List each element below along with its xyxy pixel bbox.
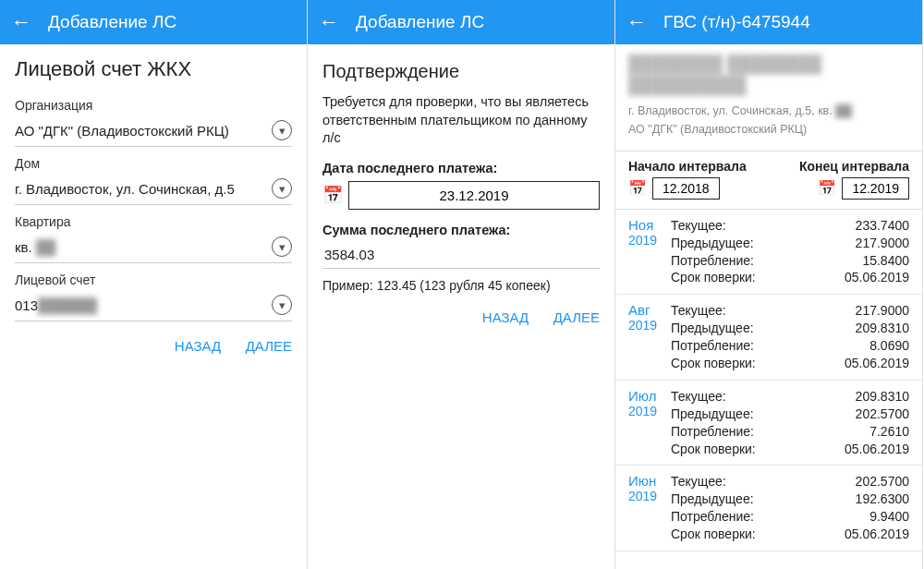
screen-confirmation: ← Добавление ЛС Подтверждение Требуется … — [308, 0, 615, 569]
history-entry[interactable]: Июл2019Текущее:209.8310Предыдущее:202.57… — [615, 381, 922, 466]
entry-month: Июн2019 — [628, 473, 671, 543]
entry-values: Текущее:233.7400Предыдущее:217.9000Потре… — [671, 217, 909, 287]
range-start-label: Начало интервала — [628, 159, 747, 174]
range-end-input[interactable]: 12.2019 — [842, 177, 909, 200]
last-payment-date-input[interactable] — [348, 181, 600, 210]
range-start-input[interactable]: 12.2018 — [652, 177, 720, 200]
field-account[interactable]: Лицевой счет 013██████ ▾ — [15, 272, 292, 321]
history-list: Ноя2019Текущее:233.7400Предыдущее:217.90… — [615, 210, 922, 551]
org-text: АО "ДГК" (Владивостокский РКЦ) — [628, 123, 909, 143]
chevron-down-icon[interactable]: ▾ — [272, 295, 292, 315]
history-entry[interactable]: Авг2019Текущее:217.9000Предыдущее:209.83… — [615, 295, 922, 381]
redacted-text: ██ — [835, 104, 852, 117]
field-value: г. Владивосток, ул. Сочинская, д.5 — [15, 181, 235, 197]
appbar: ← Добавление ЛС — [308, 0, 614, 44]
back-icon[interactable]: ← — [11, 12, 31, 32]
chevron-down-icon[interactable]: ▾ — [272, 178, 292, 199]
field-value: кв. ██ — [15, 239, 55, 255]
address-text: г. Владивосток, ул. Сочинская, д.5, кв. … — [628, 104, 909, 117]
calendar-icon[interactable]: 📅 — [322, 185, 343, 205]
field-organization[interactable]: Организация АО "ДГК" (Владивостокский РК… — [15, 98, 292, 147]
last-payment-sum-value[interactable]: 3584.03 — [322, 243, 600, 269]
page-title: Лицевой счет ЖКХ — [15, 57, 292, 81]
redacted-text: ██ — [36, 239, 55, 255]
back-button[interactable]: НАЗАД — [175, 338, 221, 354]
back-icon[interactable]: ← — [319, 12, 339, 32]
field-house[interactable]: Дом г. Владивосток, ул. Сочинская, д.5 ▾ — [15, 156, 292, 205]
action-row: НАЗАД ДАЛЕЕ — [15, 338, 292, 355]
entry-values: Текущее:209.8310Предыдущее:202.5700Потре… — [671, 388, 909, 458]
field-label: Организация — [15, 98, 292, 113]
field-label: Квартира — [15, 214, 292, 229]
sum-hint: Пример: 123.45 (123 рубля 45 копеек) — [322, 278, 600, 293]
entry-month: Ноя2019 — [628, 217, 671, 287]
date-input-row: 📅 — [322, 181, 600, 210]
account-header: ████████ ████████ ██████████ г. Владивос… — [615, 44, 922, 151]
appbar-title: Добавление ЛС — [48, 12, 176, 32]
appbar: ← ГВС (т/н)-6475944 — [615, 0, 922, 44]
next-button[interactable]: ДАЛЕЕ — [246, 338, 292, 354]
chevron-down-icon[interactable]: ▾ — [272, 236, 292, 257]
next-button[interactable]: ДАЛЕЕ — [553, 309, 600, 325]
appbar: ← Добавление ЛС — [0, 0, 307, 44]
entry-values: Текущее:217.9000Предыдущее:209.8310Потре… — [671, 302, 909, 372]
calendar-icon[interactable]: 📅 — [818, 179, 836, 197]
appbar-title: ГВС (т/н)-6475944 — [663, 12, 810, 32]
calendar-icon[interactable]: 📅 — [628, 179, 647, 197]
chevron-down-icon[interactable]: ▾ — [272, 120, 292, 140]
entry-values: Текущее:202.5700Предыдущее:192.6300Потре… — [671, 473, 909, 543]
action-row: НАЗАД ДАЛЕЕ — [322, 309, 600, 326]
date-range-row: Начало интервала 📅 12.2018 Конец интерва… — [615, 151, 922, 210]
field-label: Дом — [15, 156, 292, 171]
redacted-text: ██████ — [38, 297, 97, 313]
screen-add-account: ← Добавление ЛС Лицевой счет ЖКХ Организ… — [0, 0, 308, 569]
history-entry[interactable]: Ноя2019Текущее:233.7400Предыдущее:217.90… — [615, 210, 922, 296]
last-payment-sum-label: Сумма последнего платежа: — [322, 223, 600, 237]
description-text: Требуется для проверки, что вы являетесь… — [322, 93, 600, 148]
field-value: 013██████ — [15, 297, 97, 313]
range-end-label: Конец интервала — [799, 159, 909, 174]
field-flat[interactable]: Квартира кв. ██ ▾ — [15, 214, 292, 263]
back-button[interactable]: НАЗАД — [482, 309, 529, 325]
last-payment-date-label: Дата последнего платежа: — [322, 161, 600, 176]
field-label: Лицевой счет — [15, 272, 292, 287]
entry-month: Июл2019 — [628, 388, 671, 458]
owner-name: ████████ ████████ ██████████ — [628, 54, 909, 97]
appbar-title: Добавление ЛС — [356, 12, 484, 32]
back-icon[interactable]: ← — [626, 12, 647, 32]
screen-meter-history: ← ГВС (т/н)-6475944 ████████ ████████ ██… — [615, 0, 923, 569]
entry-month: Авг2019 — [628, 302, 671, 372]
history-entry[interactable]: Июн2019Текущее:202.5700Предыдущее:192.63… — [615, 466, 922, 551]
field-value: АО "ДГК" (Владивостокский РКЦ) — [15, 123, 229, 139]
page-title: Подтверждение — [322, 61, 600, 82]
